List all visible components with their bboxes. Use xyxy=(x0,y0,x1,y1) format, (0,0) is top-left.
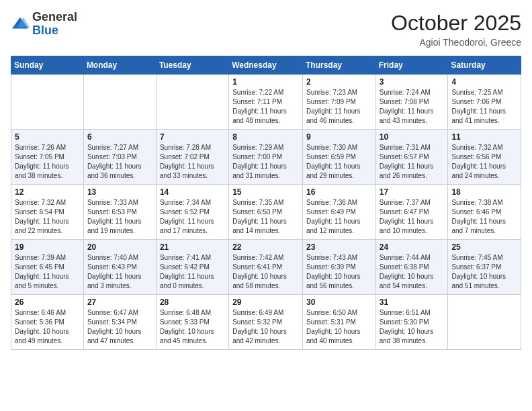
calendar-cell: 20Sunrise: 7:40 AM Sunset: 6:43 PM Dayli… xyxy=(83,240,156,295)
week-row-5: 26Sunrise: 6:46 AM Sunset: 5:36 PM Dayli… xyxy=(11,295,521,350)
day-info: Sunrise: 7:22 AM Sunset: 7:11 PM Dayligh… xyxy=(232,88,299,126)
calendar-cell xyxy=(83,75,156,130)
logo-blue-text: Blue xyxy=(32,24,58,37)
day-number: 4 xyxy=(451,77,517,87)
day-number: 21 xyxy=(160,242,225,252)
day-info: Sunrise: 7:38 AM Sunset: 6:46 PM Dayligh… xyxy=(451,198,517,236)
calendar-cell: 3Sunrise: 7:24 AM Sunset: 7:08 PM Daylig… xyxy=(375,75,448,130)
weekday-header-monday: Monday xyxy=(83,56,156,75)
day-number: 18 xyxy=(451,187,517,197)
day-number: 22 xyxy=(232,242,299,252)
day-info: Sunrise: 7:45 AM Sunset: 6:37 PM Dayligh… xyxy=(451,253,517,291)
day-number: 17 xyxy=(380,187,445,197)
logo: General Blue xyxy=(11,11,77,38)
day-info: Sunrise: 7:35 AM Sunset: 6:50 PM Dayligh… xyxy=(232,198,299,236)
day-number: 29 xyxy=(232,298,299,307)
weekday-header-row: SundayMondayTuesdayWednesdayThursdayFrid… xyxy=(11,56,521,75)
calendar-cell: 5Sunrise: 7:26 AM Sunset: 7:05 PM Daylig… xyxy=(11,130,84,185)
calendar-cell: 22Sunrise: 7:42 AM Sunset: 6:41 PM Dayli… xyxy=(229,240,303,295)
day-info: Sunrise: 7:30 AM Sunset: 6:59 PM Dayligh… xyxy=(306,143,372,181)
calendar-cell: 30Sunrise: 6:50 AM Sunset: 5:31 PM Dayli… xyxy=(302,295,375,350)
day-info: Sunrise: 7:39 AM Sunset: 6:45 PM Dayligh… xyxy=(15,253,80,291)
day-number: 19 xyxy=(15,242,80,252)
calendar-cell: 15Sunrise: 7:35 AM Sunset: 6:50 PM Dayli… xyxy=(229,185,303,240)
calendar-cell: 19Sunrise: 7:39 AM Sunset: 6:45 PM Dayli… xyxy=(11,240,84,295)
weekday-header-friday: Friday xyxy=(375,56,448,75)
calendar-cell: 29Sunrise: 6:49 AM Sunset: 5:32 PM Dayli… xyxy=(229,295,303,350)
calendar-cell: 16Sunrise: 7:36 AM Sunset: 6:49 PM Dayli… xyxy=(302,185,375,240)
week-row-3: 12Sunrise: 7:32 AM Sunset: 6:54 PM Dayli… xyxy=(11,185,521,240)
day-number: 8 xyxy=(232,132,299,142)
day-number: 20 xyxy=(87,242,152,252)
day-number: 1 xyxy=(232,77,299,87)
calendar-cell: 10Sunrise: 7:31 AM Sunset: 6:57 PM Dayli… xyxy=(375,130,448,185)
day-info: Sunrise: 7:34 AM Sunset: 6:52 PM Dayligh… xyxy=(160,198,225,236)
day-number: 27 xyxy=(87,298,152,307)
day-info: Sunrise: 7:29 AM Sunset: 7:00 PM Dayligh… xyxy=(232,143,299,181)
day-info: Sunrise: 7:31 AM Sunset: 6:57 PM Dayligh… xyxy=(380,143,445,181)
day-info: Sunrise: 7:28 AM Sunset: 7:02 PM Dayligh… xyxy=(160,143,225,181)
day-info: Sunrise: 6:46 AM Sunset: 5:36 PM Dayligh… xyxy=(15,308,80,346)
day-number: 16 xyxy=(306,187,372,197)
day-number: 31 xyxy=(380,298,445,307)
day-info: Sunrise: 7:33 AM Sunset: 6:53 PM Dayligh… xyxy=(87,198,152,236)
calendar-cell: 7Sunrise: 7:28 AM Sunset: 7:02 PM Daylig… xyxy=(156,130,228,185)
day-number: 13 xyxy=(87,187,152,197)
calendar-cell: 2Sunrise: 7:23 AM Sunset: 7:09 PM Daylig… xyxy=(302,75,375,130)
day-info: Sunrise: 7:32 AM Sunset: 6:56 PM Dayligh… xyxy=(451,143,517,181)
calendar-cell: 28Sunrise: 6:48 AM Sunset: 5:33 PM Dayli… xyxy=(156,295,228,350)
day-number: 30 xyxy=(306,298,372,307)
day-number: 25 xyxy=(451,242,517,252)
day-number: 6 xyxy=(87,132,152,142)
location-subtitle: Agioi Theodoroi, Greece xyxy=(391,37,521,48)
calendar-cell: 4Sunrise: 7:25 AM Sunset: 7:06 PM Daylig… xyxy=(448,75,521,130)
calendar-cell: 21Sunrise: 7:41 AM Sunset: 6:42 PM Dayli… xyxy=(156,240,228,295)
day-info: Sunrise: 7:24 AM Sunset: 7:08 PM Dayligh… xyxy=(380,88,445,126)
calendar-cell: 9Sunrise: 7:30 AM Sunset: 6:59 PM Daylig… xyxy=(302,130,375,185)
weekday-header-saturday: Saturday xyxy=(448,56,521,75)
day-info: Sunrise: 7:27 AM Sunset: 7:03 PM Dayligh… xyxy=(87,143,152,181)
day-number: 11 xyxy=(451,132,517,142)
week-row-4: 19Sunrise: 7:39 AM Sunset: 6:45 PM Dayli… xyxy=(11,240,521,295)
day-info: Sunrise: 6:47 AM Sunset: 5:34 PM Dayligh… xyxy=(87,308,152,346)
day-info: Sunrise: 7:44 AM Sunset: 6:38 PM Dayligh… xyxy=(380,253,445,291)
calendar-cell: 8Sunrise: 7:29 AM Sunset: 7:00 PM Daylig… xyxy=(229,130,303,185)
day-number: 7 xyxy=(160,132,225,142)
calendar-cell xyxy=(448,295,521,350)
day-number: 28 xyxy=(160,298,225,307)
calendar-table: SundayMondayTuesdayWednesdayThursdayFrid… xyxy=(11,56,521,350)
page-header: General Blue October 2025 Agioi Theodoro… xyxy=(11,11,521,48)
weekday-header-wednesday: Wednesday xyxy=(229,56,303,75)
calendar-cell: 14Sunrise: 7:34 AM Sunset: 6:52 PM Dayli… xyxy=(156,185,228,240)
day-info: Sunrise: 7:25 AM Sunset: 7:06 PM Dayligh… xyxy=(451,88,517,126)
day-info: Sunrise: 7:23 AM Sunset: 7:09 PM Dayligh… xyxy=(306,88,372,126)
day-number: 14 xyxy=(160,187,225,197)
day-number: 23 xyxy=(306,242,372,252)
calendar-cell: 11Sunrise: 7:32 AM Sunset: 6:56 PM Dayli… xyxy=(448,130,521,185)
calendar-cell xyxy=(156,75,228,130)
day-number: 2 xyxy=(306,77,372,87)
calendar-cell: 31Sunrise: 6:51 AM Sunset: 5:30 PM Dayli… xyxy=(375,295,448,350)
title-block: October 2025 Agioi Theodoroi, Greece xyxy=(391,11,521,48)
calendar-cell: 13Sunrise: 7:33 AM Sunset: 6:53 PM Dayli… xyxy=(83,185,156,240)
day-info: Sunrise: 7:32 AM Sunset: 6:54 PM Dayligh… xyxy=(15,198,80,236)
logo-general-text: General xyxy=(32,10,77,24)
weekday-header-tuesday: Tuesday xyxy=(156,56,228,75)
calendar-cell: 24Sunrise: 7:44 AM Sunset: 6:38 PM Dayli… xyxy=(375,240,448,295)
day-info: Sunrise: 7:26 AM Sunset: 7:05 PM Dayligh… xyxy=(15,143,80,181)
week-row-1: 1Sunrise: 7:22 AM Sunset: 7:11 PM Daylig… xyxy=(11,75,521,130)
day-info: Sunrise: 7:37 AM Sunset: 6:47 PM Dayligh… xyxy=(380,198,445,236)
week-row-2: 5Sunrise: 7:26 AM Sunset: 7:05 PM Daylig… xyxy=(11,130,521,185)
weekday-header-sunday: Sunday xyxy=(11,56,84,75)
calendar-cell: 27Sunrise: 6:47 AM Sunset: 5:34 PM Dayli… xyxy=(83,295,156,350)
calendar-cell: 23Sunrise: 7:43 AM Sunset: 6:39 PM Dayli… xyxy=(302,240,375,295)
day-info: Sunrise: 7:40 AM Sunset: 6:43 PM Dayligh… xyxy=(87,253,152,291)
day-info: Sunrise: 6:49 AM Sunset: 5:32 PM Dayligh… xyxy=(232,308,299,346)
day-number: 9 xyxy=(306,132,372,142)
calendar-cell: 26Sunrise: 6:46 AM Sunset: 5:36 PM Dayli… xyxy=(11,295,84,350)
day-info: Sunrise: 7:43 AM Sunset: 6:39 PM Dayligh… xyxy=(306,253,372,291)
calendar-cell: 1Sunrise: 7:22 AM Sunset: 7:11 PM Daylig… xyxy=(229,75,303,130)
day-number: 24 xyxy=(380,242,445,252)
day-number: 26 xyxy=(15,298,80,307)
day-info: Sunrise: 7:42 AM Sunset: 6:41 PM Dayligh… xyxy=(232,253,299,291)
